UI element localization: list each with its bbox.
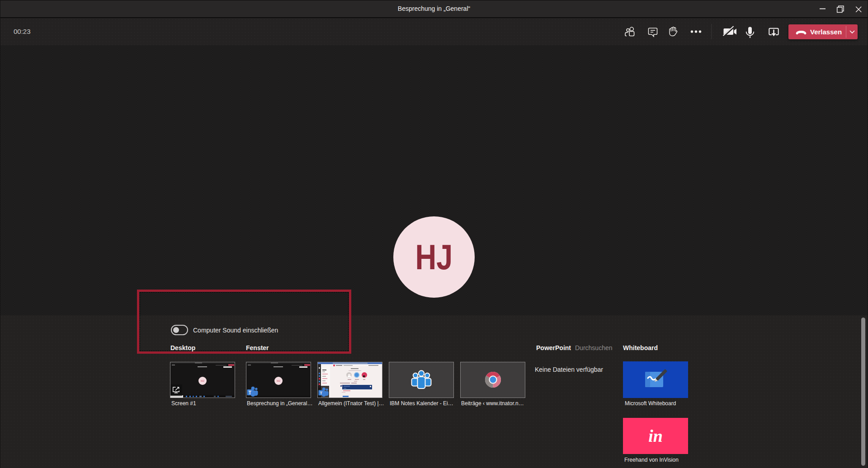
svg-text:T: T — [320, 390, 322, 395]
svg-text:T: T — [249, 390, 252, 395]
